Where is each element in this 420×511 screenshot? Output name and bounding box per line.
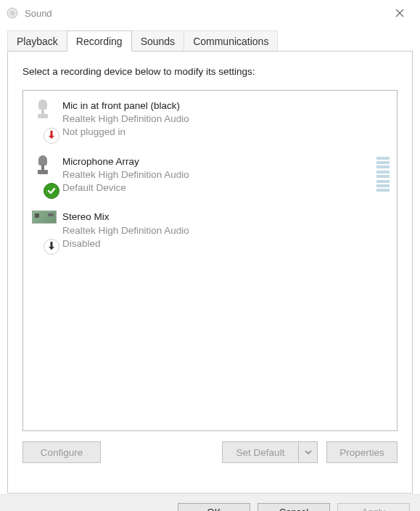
device-item[interactable]: Stereo Mix Realtek High Definition Audio…: [23, 202, 397, 258]
default-badge-icon: [44, 183, 59, 199]
apply-button[interactable]: Apply: [337, 503, 410, 512]
set-default-dropdown-button[interactable]: [298, 441, 318, 463]
device-name: Stereo Mix: [62, 210, 390, 224]
configure-button[interactable]: Configure: [22, 441, 101, 463]
device-text: Mic in at front panel (black) Realtek Hi…: [62, 99, 390, 139]
tab-recording[interactable]: Recording: [67, 30, 132, 52]
window-title: Sound: [25, 8, 385, 19]
device-text: Microphone Array Realtek High Definition…: [62, 155, 376, 195]
device-text: Stereo Mix Realtek High Definition Audio…: [62, 210, 390, 250]
device-list[interactable]: Mic in at front panel (black) Realtek Hi…: [22, 90, 398, 431]
device-status: Default Device: [62, 181, 376, 195]
tab-playback[interactable]: Playback: [7, 30, 67, 52]
tab-communications[interactable]: Communications: [184, 30, 278, 52]
titlebar: Sound: [0, 0, 420, 26]
cancel-button[interactable]: Cancel: [258, 503, 330, 512]
close-button[interactable]: [385, 2, 414, 24]
device-icon: [30, 210, 62, 250]
tab-sounds[interactable]: Sounds: [131, 30, 184, 52]
sound-app-icon: [6, 7, 19, 20]
device-desc: Realtek High Definition Audio: [62, 224, 390, 237]
svg-point-1: [10, 11, 15, 15]
disabled-badge-icon: [44, 239, 59, 255]
level-meter: [376, 155, 390, 195]
device-icon: [30, 155, 62, 195]
tab-panel: Select a recording device below to modif…: [7, 51, 413, 494]
device-item[interactable]: Microphone Array Realtek High Definition…: [23, 147, 397, 203]
unplugged-badge-icon: [44, 128, 59, 144]
device-icon: [30, 99, 62, 139]
device-item[interactable]: Mic in at front panel (black) Realtek Hi…: [23, 91, 397, 147]
instruction-text: Select a recording device below to modif…: [22, 66, 398, 77]
set-default-button[interactable]: Set Default: [222, 441, 298, 463]
device-status: Not plugged in: [62, 126, 390, 139]
device-name: Mic in at front panel (black): [62, 99, 390, 113]
chevron-down-icon: [305, 450, 312, 454]
device-name: Microphone Array: [62, 155, 376, 168]
ok-button[interactable]: OK: [178, 503, 250, 512]
panel-button-row: Configure Set Default Properties: [22, 441, 398, 463]
device-desc: Realtek High Definition Audio: [62, 168, 376, 181]
dialog-button-row: OK Cancel Apply: [0, 494, 420, 511]
properties-button[interactable]: Properties: [326, 441, 398, 463]
device-desc: Realtek High Definition Audio: [62, 113, 390, 126]
device-status: Disabled: [62, 237, 390, 250]
tabstrip: Playback Recording Sounds Communications: [0, 26, 420, 52]
